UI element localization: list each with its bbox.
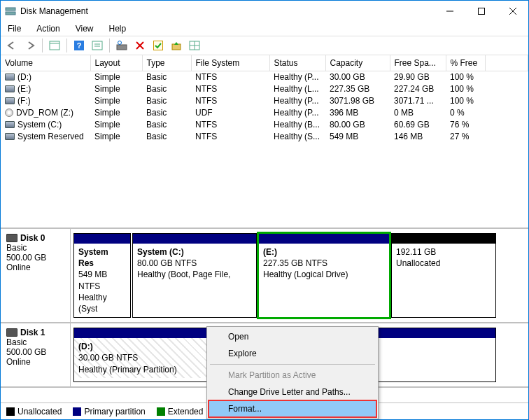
ctx-mark-active: Mark Partition as Active [209, 367, 376, 384]
menu-action[interactable]: Action [34, 22, 62, 35]
cell-pct: 27 % [446, 130, 485, 142]
cell-capacity: 396 MB [325, 106, 390, 118]
cell-free: 227.24 GB [390, 83, 446, 94]
cell-layout: Simple [90, 94, 142, 106]
partition-status: Healthy (Boot, Page File, [137, 269, 252, 280]
table-row[interactable]: (E:)SimpleBasicNTFSHealthy (L...227.35 G… [1, 83, 528, 94]
disk-type: Basic [6, 243, 64, 253]
cell-pct: 100 % [446, 83, 485, 94]
ctx-change-letter[interactable]: Change Drive Letter and Paths... [209, 384, 376, 400]
cell-status: Healthy (B... [269, 118, 325, 130]
ctx-explore[interactable]: Explore [209, 345, 376, 362]
cell-layout: Simple [90, 130, 142, 142]
disc-icon [5, 108, 13, 117]
cell-status: Healthy (L... [269, 83, 325, 94]
menu-help[interactable]: Help [106, 22, 129, 35]
app-icon [5, 6, 16, 17]
cell-pct: 100 % [446, 94, 485, 106]
partition-name: System (C:) [137, 246, 252, 258]
disk-header[interactable]: Disk 1Basic500.00 GBOnline [1, 323, 71, 386]
table-row[interactable]: DVD_ROM (Z:)SimpleBasicUDFHealthy (P...3… [1, 106, 528, 118]
minimize-button[interactable] [434, 1, 465, 22]
col-layout[interactable]: Layout [90, 55, 142, 71]
cell-capacity: 80.00 GB [325, 118, 390, 130]
col-fs[interactable]: File System [191, 55, 269, 71]
svg-point-14 [118, 41, 122, 45]
volume-name: DVD_ROM (Z:) [16, 108, 73, 118]
cell-fs: UDF [191, 106, 269, 118]
check-button[interactable] [150, 37, 167, 54]
show-hide-button[interactable] [46, 37, 63, 54]
partition[interactable]: System (C:)80.00 GB NTFSHealthy (Boot, P… [132, 233, 257, 318]
menu-view[interactable]: View [73, 22, 97, 35]
col-free[interactable]: Free Spa... [390, 55, 446, 71]
disk-header[interactable]: Disk 0Basic500.00 GBOnline [1, 229, 71, 322]
cell-fs: NTFS [191, 83, 269, 94]
column-headers[interactable]: Volume Layout Type File System Status Ca… [1, 55, 528, 71]
refresh-button[interactable] [113, 37, 130, 54]
col-capacity[interactable]: Capacity [325, 55, 390, 71]
legend-unallocated: Unallocated [6, 407, 62, 416]
drive-icon [5, 85, 15, 92]
maximize-button[interactable] [465, 1, 497, 22]
cell-capacity: 549 MB [325, 130, 390, 142]
menu-file[interactable]: File [5, 22, 24, 35]
toolbar: ? [1, 36, 528, 55]
drive-icon [5, 74, 15, 80]
cell-layout: Simple [90, 106, 142, 118]
cell-pct: 76 % [446, 118, 485, 130]
volume-name: (E:) [17, 84, 31, 94]
partition[interactable]: 192.11 GBUnallocated [391, 233, 496, 318]
menubar: File Action View Help [1, 22, 528, 36]
back-button[interactable] [3, 37, 20, 54]
cell-type: Basic [142, 94, 191, 106]
table-row[interactable]: (F:)SimpleBasicNTFSHealthy (P...3071.98 … [1, 94, 528, 106]
volume-name: (F:) [17, 96, 31, 106]
volume-name: System (C:) [17, 120, 62, 130]
col-pct[interactable]: % Free [446, 55, 485, 71]
partition-name: System Res [78, 246, 126, 269]
cell-type: Basic [142, 106, 191, 118]
ctx-open[interactable]: Open [209, 328, 376, 345]
svg-rect-18 [172, 44, 181, 50]
drive-icon [5, 133, 15, 140]
volume-name: System Reserved [17, 132, 84, 141]
partition-status: Healthy (Logical Drive) [263, 269, 385, 280]
table-row[interactable]: (D:)SimpleBasicNTFSHealthy (P...30.00 GB… [1, 71, 528, 83]
up-button[interactable] [168, 37, 185, 54]
delete-button[interactable] [132, 37, 148, 54]
disk-type: Basic [6, 337, 64, 347]
disk-size: 500.00 GB [6, 253, 64, 262]
legend-extended: Extended [157, 407, 204, 416]
drive-icon [5, 121, 15, 128]
partition-status: Healthy (Syst [78, 292, 126, 314]
volume-name: (D:) [17, 72, 31, 82]
disk-row: Disk 0Basic500.00 GBOnlineSystem Res549 … [1, 229, 528, 323]
view-button[interactable] [186, 37, 203, 54]
cell-capacity: 227.35 GB [325, 83, 390, 94]
col-status[interactable]: Status [269, 55, 325, 71]
table-row[interactable]: System ReservedSimpleBasicNTFSHealthy (S… [1, 130, 528, 142]
cell-layout: Simple [90, 118, 142, 130]
window-title: Disk Management [20, 6, 88, 16]
cell-type: Basic [142, 83, 191, 94]
partition[interactable]: System Res549 MB NTFSHealthy (Syst [73, 233, 131, 318]
col-volume[interactable]: Volume [1, 55, 90, 71]
close-button[interactable] [497, 1, 528, 22]
cell-layout: Simple [90, 83, 142, 94]
help-button[interactable]: ? [71, 37, 87, 54]
table-row[interactable]: System (C:)SimpleBasicNTFSHealthy (B...8… [1, 118, 528, 130]
forward-button[interactable] [22, 37, 38, 54]
cell-capacity: 3071.98 GB [325, 94, 390, 106]
partition[interactable]: (E:)227.35 GB NTFSHealthy (Logical Drive… [258, 233, 390, 318]
col-type[interactable]: Type [142, 55, 191, 71]
cell-status: Healthy (P... [269, 94, 325, 106]
cell-free: 0 MB [390, 106, 446, 118]
disk-size: 500.00 GB [6, 347, 64, 357]
properties-button[interactable] [89, 37, 106, 54]
svg-text:?: ? [77, 41, 82, 50]
ctx-format[interactable]: Format... [209, 400, 376, 417]
cell-fs: NTFS [191, 130, 269, 142]
partition-size: 549 MB NTFS [78, 269, 126, 291]
partition-size: 227.35 GB NTFS [263, 258, 385, 269]
